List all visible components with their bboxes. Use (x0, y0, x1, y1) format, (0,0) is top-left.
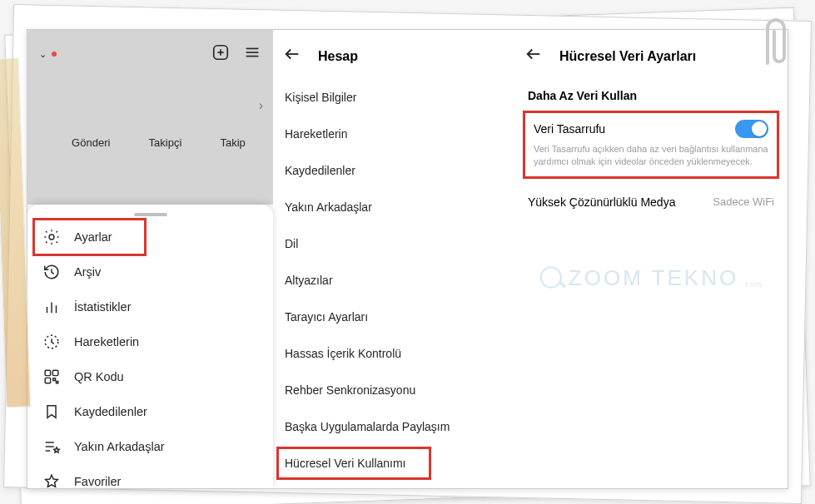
page-title: Hücresel Veri Ayarları (559, 49, 696, 64)
account-item-cellular-data[interactable]: Hücresel Veri Kullanımı (273, 447, 514, 480)
magnifier-icon (540, 267, 562, 289)
menu-label: Favoriler (74, 475, 121, 488)
plus-square-icon (211, 43, 230, 62)
menu-item-qr[interactable]: QR Kodu (27, 359, 273, 394)
svg-rect-15 (57, 382, 58, 383)
menu-item-archive[interactable]: Arşiv (27, 254, 273, 289)
section-less-data: Daha Az Veri Kullan (514, 81, 788, 107)
screen-cellular-data-settings: Hücresel Veri Ayarları Daha Az Veri Kull… (514, 30, 788, 488)
arrow-left-icon (283, 45, 301, 63)
screen-profile-menu: ⌄ › Gönderi Takipçi (27, 30, 273, 488)
svg-point-6 (49, 235, 54, 240)
menu-item-settings[interactable]: Ayarlar (27, 220, 273, 254)
back-button[interactable] (524, 45, 543, 67)
drag-handle[interactable] (134, 213, 167, 216)
bookmark-icon (42, 403, 61, 421)
stat-followers-label[interactable]: Takipçi (149, 136, 182, 149)
profile-bottom-sheet: Ayarlar Arşiv İstatistikler Hareketlerin (27, 205, 273, 488)
arrow-left-icon (524, 45, 543, 63)
menu-icon (243, 43, 261, 62)
tutorial-collage: ⌄ › Gönderi Takipçi (27, 29, 788, 489)
account-item-saved[interactable]: Kaydedilenler (273, 154, 514, 187)
data-saver-toggle[interactable] (735, 120, 768, 138)
account-item-your-activity[interactable]: Hareketlerin (273, 117, 514, 151)
hamburger-menu-button[interactable] (243, 43, 261, 65)
data-saver-block: Veri Tasarrufu Veri Tasarrufu açıkken da… (523, 111, 779, 179)
svg-rect-12 (52, 370, 57, 375)
stat-posts-label[interactable]: Gönderi (72, 136, 110, 149)
screen-account-settings: Hesap Kişisel Bilgiler Hareketlerin Kayd… (273, 30, 514, 488)
list-star-icon (42, 437, 61, 456)
account-item-contacts-sync[interactable]: Rehber Senkronizasyonu (273, 373, 514, 407)
menu-label: QR Kodu (74, 370, 124, 383)
svg-rect-11 (45, 370, 50, 375)
back-button[interactable] (283, 45, 301, 67)
svg-rect-13 (45, 378, 50, 383)
chevron-right-icon: › (259, 98, 263, 113)
menu-item-favorites[interactable]: Favoriler (27, 464, 273, 488)
gear-icon (42, 228, 61, 246)
account-item-sensitive-content[interactable]: Hassas İçerik Kontrolü (273, 337, 514, 370)
svg-marker-20 (46, 475, 58, 487)
high-res-media-value: Sadece WiFi (713, 195, 774, 209)
menu-label: Arşiv (74, 265, 101, 279)
account-item-sharing-other-apps[interactable]: Başka Uygulamalarda Paylaşım (273, 410, 514, 443)
menu-item-saved[interactable]: Kaydedilenler (27, 394, 273, 429)
stat-following-label[interactable]: Takip (221, 136, 246, 149)
account-item-captions[interactable]: Altyazılar (273, 264, 514, 297)
data-saver-label: Veri Tasarrufu (534, 122, 605, 136)
watermark: ZOOM TEKNO com (540, 264, 762, 290)
account-item-language[interactable]: Dil (273, 227, 514, 260)
history-icon (42, 263, 61, 281)
qr-icon (42, 368, 61, 386)
chevron-down-icon: ⌄ (39, 49, 47, 60)
new-post-button[interactable] (211, 43, 230, 65)
star-outline-icon (42, 472, 61, 488)
notification-dot-icon (52, 52, 57, 57)
menu-label: İstatistikler (74, 300, 132, 314)
menu-label: Kaydedilenler (74, 405, 147, 418)
bar-chart-icon (42, 298, 61, 316)
menu-item-close-friends[interactable]: Yakın Arkadaşlar (27, 429, 273, 464)
clock-dotted-icon (42, 333, 61, 351)
account-item-browser-settings[interactable]: Tarayıcı Ayarları (273, 300, 514, 334)
username-dropdown[interactable]: ⌄ (39, 49, 57, 60)
account-item-personal-info[interactable]: Kişisel Bilgiler (273, 81, 514, 114)
svg-marker-19 (54, 447, 59, 452)
menu-item-activity[interactable]: Hareketlerin (27, 324, 273, 359)
menu-label: Yakın Arkadaşlar (74, 440, 165, 453)
high-res-media-row[interactable]: Yüksek Çözünürlüklü Medya Sadece WiFi (514, 187, 788, 217)
data-saver-description: Veri Tasarrufu açıkken daha az veri bağl… (534, 143, 768, 168)
account-item-close-friends[interactable]: Yakın Arkadaşlar (273, 190, 514, 224)
page-title: Hesap (318, 49, 358, 64)
menu-label: Hareketlerin (74, 335, 139, 348)
account-item-original-posts[interactable]: Asıl Gönderiler (273, 483, 514, 489)
menu-label: Ayarlar (74, 230, 112, 244)
svg-rect-14 (53, 378, 56, 381)
menu-item-insights[interactable]: İstatistikler (27, 289, 273, 324)
high-res-media-label: Yüksek Çözünürlüklü Medya (528, 195, 675, 209)
